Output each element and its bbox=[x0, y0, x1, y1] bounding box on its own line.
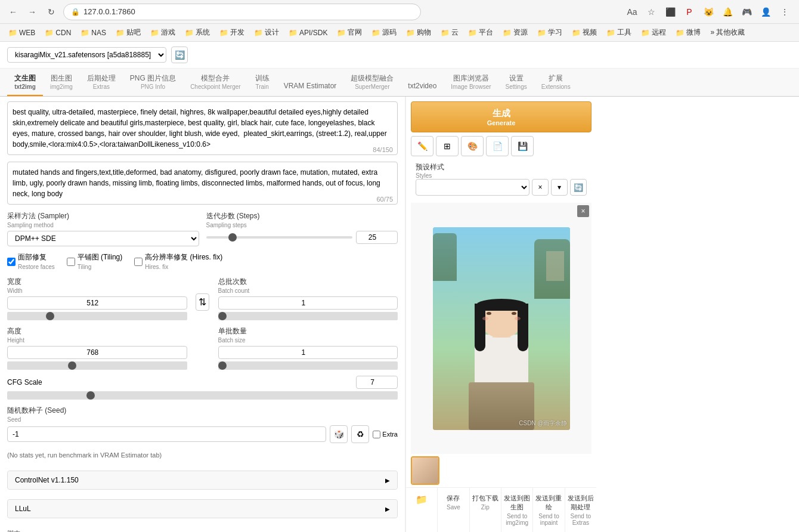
tab-supermerger[interactable]: 超级模型融合 SuperMerger bbox=[343, 69, 401, 96]
bookmark-web[interactable]: 📁WEB bbox=[5, 27, 39, 38]
bookmark-resource[interactable]: 📁资源 bbox=[499, 26, 531, 39]
restore-faces-checkbox[interactable]: 面部修复 Restore faces bbox=[7, 252, 55, 271]
swap-dimensions-button[interactable]: ⇅ bbox=[196, 293, 209, 311]
bookmark-cloud[interactable]: 📁云 bbox=[437, 26, 462, 39]
styles-label-en: Styles bbox=[416, 172, 587, 179]
browser-icon-6[interactable]: 🔔 bbox=[719, 4, 736, 20]
send-to-inpaint-button[interactable]: 发送到重绘 Send to inpaint bbox=[533, 488, 565, 532]
browser-chrome: ← → ↻ 🔒 127.0.0.1:7860 Aa ☆ ⬛ P 😺 🔔 🎮 👤 … bbox=[0, 0, 799, 24]
seed-recycle-button[interactable]: ♻ bbox=[351, 425, 369, 443]
zip-button[interactable]: 打包下载 Zip bbox=[470, 488, 501, 532]
bookmark-system[interactable]: 📁系统 bbox=[181, 26, 213, 39]
tab-txt2video[interactable]: txt2video bbox=[401, 77, 444, 96]
bookmark-tieba[interactable]: 📁贴吧 bbox=[112, 26, 144, 39]
steps-label: 迭代步数 (Steps) Sampling steps bbox=[206, 211, 398, 228]
bookmark-remote[interactable]: 📁远程 bbox=[637, 26, 670, 39]
address-bar[interactable]: 🔒 127.0.0.1:7860 bbox=[63, 4, 421, 20]
styles-clear-button[interactable]: × bbox=[532, 179, 549, 196]
tab-txt2img[interactable]: 文生图 txt2img bbox=[7, 69, 43, 96]
cfg-slider[interactable] bbox=[7, 391, 398, 400]
model-select[interactable]: kisaragiMix_v21.safetensors [a5da818885] bbox=[7, 47, 166, 63]
batch-size-group: 单批数量 Batch size bbox=[218, 326, 398, 370]
tab-train[interactable]: 训练 Train bbox=[248, 69, 277, 96]
browser-icon-4[interactable]: P bbox=[681, 4, 698, 20]
tab-png-info[interactable]: PNG 图片信息 PNG Info bbox=[123, 69, 183, 96]
back-button[interactable]: ← bbox=[6, 5, 20, 19]
image-close-button[interactable]: × bbox=[577, 205, 589, 217]
tab-img2img[interactable]: 图生图 img2img bbox=[43, 69, 80, 96]
content-area: best quality, ultra-detailed, masterpiec… bbox=[0, 97, 799, 532]
steps-slider[interactable] bbox=[206, 236, 353, 239]
hires-fix-checkbox[interactable]: 高分辨率修复 (Hires. fix) Hires. fix bbox=[134, 252, 222, 271]
extra-seed-checkbox[interactable]: Extra bbox=[373, 431, 398, 438]
browser-icon-2[interactable]: ☆ bbox=[643, 4, 659, 20]
forward-button[interactable]: → bbox=[25, 5, 39, 19]
bookmark-study[interactable]: 📁学习 bbox=[534, 26, 566, 39]
generate-button[interactable]: 生成 Generate bbox=[411, 101, 591, 132]
thumbnail-item[interactable] bbox=[411, 456, 439, 485]
bookmark-cdn[interactable]: 📁CDN bbox=[41, 27, 75, 38]
browser-icon-7[interactable]: 🎮 bbox=[738, 4, 755, 20]
tab-extensions[interactable]: 扩展 Extensions bbox=[534, 69, 578, 96]
send-to-extras-button[interactable]: 发送到后期处理 Send to Extras bbox=[565, 488, 596, 532]
browser-icon-1[interactable]: Aa bbox=[624, 4, 640, 20]
batch-count-input[interactable] bbox=[218, 296, 398, 310]
save-button[interactable]: 保存 Save bbox=[438, 488, 469, 532]
browser-icon-5[interactable]: 😺 bbox=[700, 4, 717, 20]
refresh-button[interactable]: ↻ bbox=[44, 5, 58, 19]
bookmark-api[interactable]: 📁API/SDK bbox=[285, 27, 331, 38]
paste-tool-button[interactable]: ✏️ bbox=[411, 136, 433, 156]
bookmark-more[interactable]: » 其他收藏 bbox=[707, 26, 748, 39]
bookmark-shop[interactable]: 📁购物 bbox=[402, 26, 435, 39]
tab-image-browser[interactable]: 图库浏览器 Image Browser bbox=[444, 69, 498, 96]
browser-icon-8[interactable]: 👤 bbox=[757, 4, 774, 20]
width-input[interactable] bbox=[7, 296, 187, 310]
positive-prompt-textarea[interactable]: best quality, ultra-detailed, masterpiec… bbox=[7, 101, 398, 155]
cfg-input[interactable] bbox=[356, 376, 398, 389]
bookmark-source[interactable]: 📁源码 bbox=[368, 26, 400, 39]
tab-settings[interactable]: 设置 Settings bbox=[498, 69, 534, 96]
batch-size-input[interactable] bbox=[218, 346, 398, 359]
styles-refresh-button[interactable]: 🔄 bbox=[570, 179, 587, 196]
bookmark-tools[interactable]: 📁工具 bbox=[603, 26, 635, 39]
batch-count-slider[interactable] bbox=[218, 312, 398, 320]
send-to-img2img-button[interactable]: 发送到图生图 Send to img2img bbox=[501, 488, 533, 532]
folder-button[interactable]: 📁 bbox=[406, 488, 438, 532]
height-slider[interactable] bbox=[7, 361, 187, 370]
bookmark-weibo[interactable]: 📁微博 bbox=[672, 26, 704, 39]
bookmark-video[interactable]: 📁视频 bbox=[568, 26, 600, 39]
llul-header[interactable]: LLuL ▶ bbox=[8, 500, 397, 518]
styles-dropdown-button[interactable]: ▾ bbox=[551, 179, 568, 196]
model-refresh-button[interactable]: 🔄 bbox=[171, 47, 188, 63]
save-tool-button[interactable]: 💾 bbox=[511, 136, 534, 156]
sampler-select[interactable]: DPM++ SDE bbox=[7, 231, 199, 246]
batch-size-slider[interactable] bbox=[218, 361, 398, 370]
tab-checkpoint-merger[interactable]: 模型合并 Checkpoint Merger bbox=[183, 69, 247, 96]
tab-vram[interactable]: VRAM Estimator bbox=[277, 77, 344, 96]
style-tool-button[interactable]: 🎨 bbox=[461, 136, 484, 156]
bookmark-nas[interactable]: 📁NAS bbox=[77, 27, 110, 38]
tool-row: ✏️ ⊞ 🎨 📄 💾 bbox=[411, 136, 591, 156]
image-display-area: × bbox=[411, 203, 591, 454]
bookmark-game[interactable]: 📁游戏 bbox=[147, 26, 179, 39]
tab-extras[interactable]: 后期处理 Extras bbox=[80, 69, 123, 96]
tiling-checkbox[interactable]: 平铺图 (Tiling) Tiling bbox=[67, 252, 123, 271]
bookmark-design[interactable]: 📁设计 bbox=[250, 26, 283, 39]
bookmark-official[interactable]: 📁官网 bbox=[333, 26, 366, 39]
cfg-label: CFG Scale bbox=[7, 378, 42, 386]
seed-input[interactable] bbox=[7, 426, 326, 442]
controlnet-header[interactable]: ControlNet v1.1.150 ▶ bbox=[8, 471, 397, 489]
copy-tool-button[interactable]: 📄 bbox=[486, 136, 509, 156]
grid-tool-button[interactable]: ⊞ bbox=[436, 136, 459, 156]
browser-icon-9[interactable]: ⋮ bbox=[776, 4, 793, 20]
negative-prompt-textarea[interactable]: mutated hands and fingers,text,title,def… bbox=[7, 162, 398, 205]
browser-icon-3[interactable]: ⬛ bbox=[662, 4, 679, 20]
steps-input[interactable] bbox=[356, 231, 398, 244]
stats-bar: (No stats yet, run benchmark in VRAM Est… bbox=[7, 449, 398, 461]
height-input[interactable] bbox=[7, 346, 187, 359]
bookmark-platform[interactable]: 📁平台 bbox=[464, 26, 497, 39]
bookmark-dev[interactable]: 📁开发 bbox=[216, 26, 248, 39]
styles-select[interactable] bbox=[416, 179, 529, 196]
seed-dice-button[interactable]: 🎲 bbox=[330, 425, 348, 443]
width-slider[interactable] bbox=[7, 312, 187, 320]
